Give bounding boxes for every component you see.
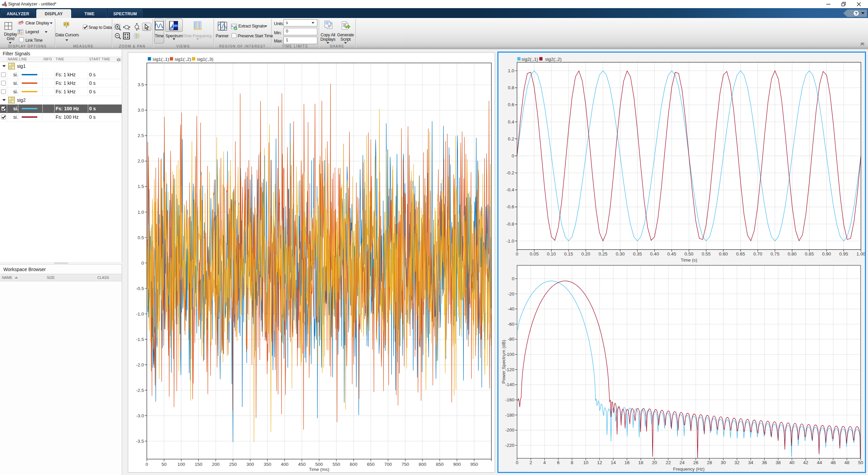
- svg-text:42: 42: [803, 460, 808, 465]
- svg-text:Time (s): Time (s): [681, 258, 697, 263]
- svg-text:0.85: 0.85: [805, 251, 814, 256]
- svg-text:28: 28: [707, 460, 712, 465]
- svg-text:0.80: 0.80: [788, 251, 796, 256]
- svg-text:-100: -100: [505, 352, 514, 357]
- svg-text:0.50: 0.50: [685, 251, 693, 256]
- svg-text:250: 250: [229, 461, 237, 467]
- svg-text:8: 8: [571, 460, 573, 465]
- svg-text:0.65: 0.65: [736, 251, 745, 256]
- svg-text:Time (ms): Time (ms): [309, 467, 329, 472]
- svg-text:1.0: 1.0: [137, 209, 144, 214]
- svg-text:-60: -60: [508, 322, 514, 327]
- svg-text:-3.5: -3.5: [136, 438, 144, 443]
- svg-text:Power Spectrum (dB): Power Spectrum (dB): [501, 340, 506, 383]
- svg-text:-220: -220: [505, 443, 514, 448]
- svg-text:600: 600: [350, 461, 357, 467]
- svg-text:1.0: 1.0: [508, 68, 514, 73]
- svg-text:38: 38: [776, 460, 781, 465]
- svg-text:3.5: 3.5: [137, 82, 144, 87]
- svg-text:16: 16: [625, 460, 630, 465]
- svg-text:40: 40: [789, 460, 794, 465]
- svg-text:sig1(:,1): sig1(:,1): [153, 57, 169, 62]
- svg-text:700: 700: [384, 461, 392, 467]
- svg-text:650: 650: [367, 461, 375, 467]
- svg-text:-20: -20: [508, 291, 514, 297]
- svg-text:-140: -140: [505, 382, 514, 387]
- svg-text:-160: -160: [505, 397, 514, 402]
- svg-text:0.30: 0.30: [616, 251, 625, 256]
- svg-text:0.45: 0.45: [667, 251, 676, 256]
- svg-text:0: 0: [516, 251, 518, 256]
- svg-text:Frequency (Hz): Frequency (Hz): [673, 467, 705, 472]
- svg-text:-1.0: -1.0: [136, 311, 144, 316]
- svg-text:-200: -200: [505, 428, 514, 433]
- svg-text:2.5: 2.5: [64, 22, 68, 26]
- svg-text:2: 2: [530, 460, 532, 465]
- svg-text:0.4: 0.4: [508, 119, 514, 125]
- svg-text:0.6: 0.6: [508, 102, 514, 107]
- svg-text:-0.6: -0.6: [506, 204, 514, 209]
- svg-text:-1.5: -1.5: [136, 337, 144, 342]
- svg-text:-0.8: -0.8: [506, 222, 514, 227]
- svg-text:-0.2: -0.2: [506, 170, 514, 175]
- svg-text:0: 0: [512, 153, 514, 158]
- svg-text:0.95: 0.95: [839, 251, 848, 256]
- svg-text:4: 4: [543, 460, 546, 465]
- svg-text:-120: -120: [505, 367, 514, 372]
- svg-text:0.5: 0.5: [137, 235, 144, 240]
- svg-text:0: 0: [141, 260, 144, 265]
- svg-text:36: 36: [762, 460, 767, 465]
- svg-text:0.90: 0.90: [822, 251, 831, 256]
- svg-text:950: 950: [470, 461, 478, 467]
- svg-text:100: 100: [177, 461, 185, 467]
- svg-text:0.8: 0.8: [508, 85, 514, 90]
- svg-text:-0.4: -0.4: [506, 187, 514, 192]
- svg-text:0: 0: [145, 461, 148, 467]
- svg-text:-180: -180: [505, 413, 514, 418]
- svg-text:24: 24: [679, 460, 685, 465]
- svg-text:30: 30: [721, 460, 726, 465]
- svg-text:150: 150: [195, 461, 202, 467]
- svg-text:46: 46: [831, 460, 836, 465]
- svg-text:20: 20: [652, 460, 657, 465]
- svg-text:50: 50: [858, 460, 863, 465]
- svg-text:14: 14: [611, 460, 616, 465]
- svg-text:-2.5: -2.5: [136, 387, 144, 393]
- svg-text:?: ?: [855, 11, 857, 16]
- svg-text:400: 400: [281, 461, 289, 467]
- svg-text:0.15: 0.15: [564, 251, 573, 256]
- svg-text:-0.5: -0.5: [136, 286, 144, 291]
- svg-text:2.0: 2.0: [137, 158, 144, 164]
- svg-text:12: 12: [597, 460, 602, 465]
- svg-text:48: 48: [844, 460, 849, 465]
- svg-text:0.20: 0.20: [581, 251, 590, 256]
- svg-text:34: 34: [748, 460, 753, 465]
- svg-text:500: 500: [315, 461, 323, 467]
- svg-text:350: 350: [263, 461, 271, 467]
- svg-text:0.35: 0.35: [633, 251, 642, 256]
- svg-text:550: 550: [332, 461, 340, 467]
- svg-text:0.75: 0.75: [770, 251, 779, 256]
- svg-text:26: 26: [693, 460, 698, 465]
- svg-text:800: 800: [418, 461, 426, 467]
- svg-text:-80: -80: [508, 337, 514, 342]
- svg-text:300: 300: [246, 461, 254, 467]
- svg-text:3.0: 3.0: [137, 108, 144, 113]
- svg-text:10: 10: [583, 460, 588, 465]
- svg-text:sig1(:,3): sig1(:,3): [197, 57, 213, 62]
- svg-text:0.40: 0.40: [650, 251, 659, 256]
- svg-text:850: 850: [436, 461, 443, 467]
- svg-text:0: 0: [512, 276, 514, 281]
- svg-text:0.10: 0.10: [547, 251, 556, 256]
- svg-text:-2.0: -2.0: [136, 362, 144, 367]
- svg-text:1.00: 1.00: [856, 251, 865, 256]
- svg-text:-1.0: -1.0: [506, 239, 514, 244]
- svg-text:0.55: 0.55: [702, 251, 711, 256]
- svg-text:-3.0: -3.0: [136, 413, 144, 418]
- svg-text:0.05: 0.05: [530, 251, 538, 256]
- svg-text:sig2(:,1): sig2(:,1): [521, 57, 538, 62]
- svg-text:450: 450: [298, 461, 306, 467]
- svg-text:0.2: 0.2: [508, 136, 514, 141]
- svg-text:200: 200: [212, 461, 220, 467]
- svg-text:0.70: 0.70: [753, 251, 762, 256]
